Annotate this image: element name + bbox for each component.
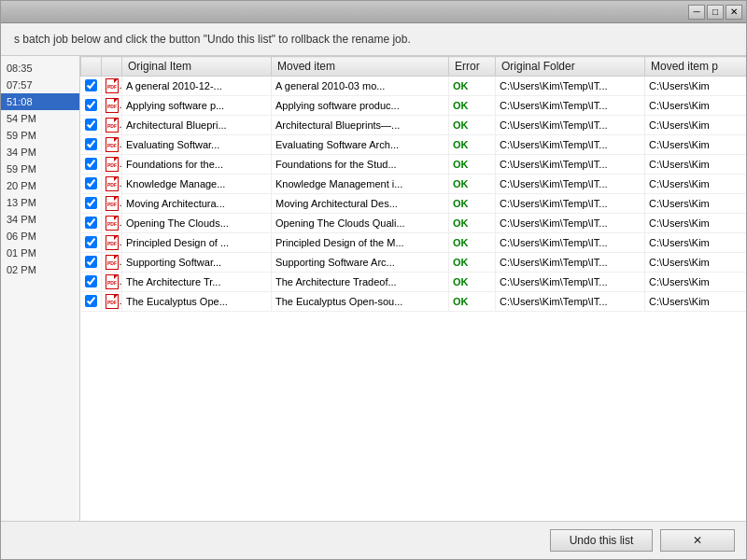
footer-close-button[interactable]: ✕ — [660, 529, 735, 552]
row-error-10: OK — [449, 273, 496, 292]
table-row: PDFThe Architecture Tr...The Architectur… — [81, 273, 747, 292]
col-header-icon[interactable] — [102, 57, 122, 77]
row-pdf-icon-0: PDF — [102, 77, 122, 96]
row-moved-5: Knowledge Management i... — [272, 175, 449, 194]
table-row: PDFMoving Architectura...Moving Architec… — [81, 194, 747, 214]
sidebar-item-2[interactable]: 51:08 — [1, 93, 79, 110]
row-moved-11: The Eucalyptus Open-sou... — [272, 292, 449, 312]
row-checkbox-11[interactable] — [81, 292, 102, 312]
row-moved-folder-2: C:\Users\Kim — [645, 116, 747, 135]
sidebar-item-6[interactable]: 59 PM — [1, 161, 79, 177]
col-header-moved-folder[interactable]: Moved item p — [645, 57, 747, 77]
row-error-8: OK — [449, 233, 496, 253]
undo-this-list-button[interactable]: Undo this list — [550, 529, 653, 552]
row-checkbox-5[interactable] — [81, 175, 102, 194]
row-original-6: Moving Architectura... — [122, 194, 272, 214]
row-error-1: OK — [449, 96, 496, 116]
instruction-text: s batch job below and click the button "… — [1, 23, 746, 56]
row-moved-folder-6: C:\Users\Kim — [645, 194, 747, 214]
row-pdf-icon-5: PDF — [102, 175, 122, 194]
row-moved-1: Applying software produc... — [272, 96, 449, 116]
row-orig-folder-7: C:\Users\Kim\Temp\IT... — [496, 214, 645, 233]
row-moved-folder-0: C:\Users\Kim — [645, 77, 747, 96]
row-pdf-icon-8: PDF — [102, 233, 122, 253]
main-window: ─ □ ✕ s batch job below and click the bu… — [0, 0, 747, 560]
row-pdf-icon-7: PDF — [102, 214, 122, 233]
row-checkbox-3[interactable] — [81, 135, 102, 155]
col-header-orig-folder[interactable]: Original Folder — [496, 57, 645, 77]
row-pdf-icon-11: PDF — [102, 292, 122, 312]
sidebar-item-1[interactable]: 07:57 — [1, 77, 79, 93]
row-checkbox-2[interactable] — [81, 116, 102, 135]
row-moved-4: Foundations for the Stud... — [272, 155, 449, 175]
row-original-7: Opening The Clouds... — [122, 214, 272, 233]
file-table: Original Item Moved item Error Original … — [80, 56, 746, 312]
col-header-original[interactable]: Original Item — [122, 57, 272, 77]
table-row: PDFOpening The Clouds...Opening The Clou… — [81, 214, 747, 233]
row-pdf-icon-3: PDF — [102, 135, 122, 155]
sidebar-item-9[interactable]: 34 PM — [1, 211, 79, 228]
row-orig-folder-2: C:\Users\Kim\Temp\IT... — [496, 116, 645, 135]
row-original-3: Evaluating Softwar... — [122, 135, 272, 155]
sidebar-item-10[interactable]: 06 PM — [1, 228, 79, 245]
row-error-6: OK — [449, 194, 496, 214]
minimize-button[interactable]: ─ — [688, 5, 705, 20]
maximize-button[interactable]: □ — [707, 5, 724, 20]
row-orig-folder-4: C:\Users\Kim\Temp\IT... — [496, 155, 645, 175]
row-original-4: Foundations for the... — [122, 155, 272, 175]
row-orig-folder-3: C:\Users\Kim\Temp\IT... — [496, 135, 645, 155]
sidebar-item-7[interactable]: 20 PM — [1, 177, 79, 194]
row-orig-folder-9: C:\Users\Kim\Temp\IT... — [496, 253, 645, 273]
row-checkbox-10[interactable] — [81, 273, 102, 292]
row-original-2: Architectural Bluepri... — [122, 116, 272, 135]
row-error-9: OK — [449, 253, 496, 273]
col-header-checkbox[interactable] — [81, 57, 102, 77]
col-header-moved[interactable]: Moved item — [272, 57, 449, 77]
row-checkbox-6[interactable] — [81, 194, 102, 214]
main-area: 08:3507:5751:0854 PM59 PM34 PM59 PM20 PM… — [1, 56, 746, 521]
row-orig-folder-5: C:\Users\Kim\Temp\IT... — [496, 175, 645, 194]
title-bar: ─ □ ✕ — [1, 1, 746, 23]
row-moved-folder-1: C:\Users\Kim — [645, 96, 747, 116]
content-area: Original Item Moved item Error Original … — [80, 56, 746, 521]
row-checkbox-0[interactable] — [81, 77, 102, 96]
table-row: PDFEvaluating Softwar...Evaluating Softw… — [81, 135, 747, 155]
row-moved-6: Moving Architectural Des... — [272, 194, 449, 214]
row-moved-9: Supporting Software Arc... — [272, 253, 449, 273]
sidebar-item-5[interactable]: 34 PM — [1, 144, 79, 161]
col-header-error[interactable]: Error — [449, 57, 496, 77]
table-row: PDFSupporting Softwar...Supporting Softw… — [81, 253, 747, 273]
row-original-11: The Eucalyptus Ope... — [122, 292, 272, 312]
row-moved-10: The Architecture Tradeof... — [272, 273, 449, 292]
row-pdf-icon-1: PDF — [102, 96, 122, 116]
sidebar-item-12[interactable]: 02 PM — [1, 261, 79, 278]
row-checkbox-7[interactable] — [81, 214, 102, 233]
row-moved-folder-4: C:\Users\Kim — [645, 155, 747, 175]
row-checkbox-1[interactable] — [81, 96, 102, 116]
sidebar-item-11[interactable]: 01 PM — [1, 245, 79, 261]
row-orig-folder-6: C:\Users\Kim\Temp\IT... — [496, 194, 645, 214]
sidebar-item-4[interactable]: 59 PM — [1, 127, 79, 144]
row-moved-8: Principled Design of the M... — [272, 233, 449, 253]
table-row: PDFApplying software p...Applying softwa… — [81, 96, 747, 116]
row-moved-folder-9: C:\Users\Kim — [645, 253, 747, 273]
row-error-5: OK — [449, 175, 496, 194]
row-pdf-icon-4: PDF — [102, 155, 122, 175]
row-moved-folder-8: C:\Users\Kim — [645, 233, 747, 253]
row-error-7: OK — [449, 214, 496, 233]
row-checkbox-4[interactable] — [81, 155, 102, 175]
table-row: PDFArchitectural Bluepri...Architectural… — [81, 116, 747, 135]
row-pdf-icon-2: PDF — [102, 116, 122, 135]
row-checkbox-9[interactable] — [81, 253, 102, 273]
row-moved-folder-10: C:\Users\Kim — [645, 273, 747, 292]
close-button[interactable]: ✕ — [726, 5, 742, 20]
row-error-4: OK — [449, 155, 496, 175]
row-original-0: A general 2010-12-... — [122, 77, 272, 96]
row-checkbox-8[interactable] — [81, 233, 102, 253]
row-moved-folder-7: C:\Users\Kim — [645, 214, 747, 233]
footer: Undo this list ✕ — [1, 521, 746, 559]
sidebar-item-0[interactable]: 08:35 — [1, 60, 79, 77]
sidebar-item-3[interactable]: 54 PM — [1, 110, 79, 127]
row-moved-folder-11: C:\Users\Kim — [645, 292, 747, 312]
sidebar-item-8[interactable]: 13 PM — [1, 194, 79, 211]
